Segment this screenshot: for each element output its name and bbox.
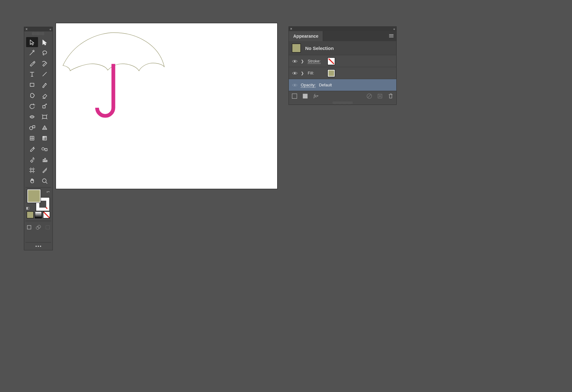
paintbrush-tool[interactable] [39,80,51,90]
add-effect-icon[interactable]: fx▾ [313,93,319,99]
clear-appearance-icon [366,93,372,99]
selection-info-row: No Selection [289,41,396,55]
pen-tool[interactable] [26,58,38,68]
artboard-tool[interactable] [26,165,38,175]
width-tool[interactable] [26,112,38,122]
magic-wand-tool[interactable] [26,48,38,58]
expand-icon[interactable]: ❯ [301,71,305,75]
visibility-toggle-icon[interactable] [292,71,298,75]
gradient-tool[interactable] [39,133,51,143]
visibility-toggle-icon[interactable] [292,83,298,87]
shaper-tool[interactable] [26,90,38,101]
svg-point-7 [294,72,296,74]
mesh-tool[interactable] [26,133,38,143]
direct-selection-tool[interactable] [39,37,51,47]
visibility-toggle-icon[interactable] [292,59,298,63]
new-fill-icon[interactable] [302,93,308,99]
lasso-tool[interactable] [39,48,51,58]
selection-tool[interactable] [26,37,38,47]
shape-builder-tool[interactable] [26,122,38,133]
column-graph-tool[interactable] [39,155,51,165]
new-stroke-icon[interactable] [291,93,298,99]
svg-point-6 [294,60,296,62]
free-transform-tool[interactable] [39,112,51,122]
rotate-tool[interactable] [26,101,38,111]
tools-panel-header: × « [24,27,52,31]
tab-appearance[interactable]: Appearance [289,31,323,41]
stroke-swatch[interactable] [328,58,335,65]
scale-tool[interactable] [39,101,51,111]
stroke-attribute-row[interactable]: ❯ Stroke: [289,55,396,67]
line-segment-tool[interactable] [39,69,51,79]
svg-rect-3 [46,226,50,229]
color-mode-button[interactable] [27,211,34,218]
draw-inside-icon[interactable] [45,224,51,231]
zoom-tool[interactable] [39,176,51,186]
hand-tool[interactable] [26,176,38,186]
eraser-tool[interactable] [39,90,51,101]
svg-rect-10 [303,94,308,98]
appearance-panel-footer: fx▾ [289,91,396,101]
perspective-grid-tool[interactable] [39,122,51,133]
artboard-canvas[interactable] [56,23,278,189]
stroke-label[interactable]: Stroke: [308,59,324,63]
svg-point-8 [294,84,296,86]
curvature-tool[interactable] [39,58,51,68]
delete-item-icon[interactable] [388,93,394,99]
fill-swatch[interactable] [328,70,335,77]
opacity-value[interactable]: Default [319,83,332,87]
selection-label: No Selection [305,46,334,51]
opacity-label[interactable]: Opacity: [301,83,316,87]
svg-rect-0 [27,226,31,229]
panel-menu-icon[interactable] [389,34,394,39]
swap-fill-stroke-icon[interactable]: ⤺ [47,189,50,194]
collapse-icon[interactable]: « [49,28,51,31]
default-fill-stroke-icon[interactable]: ◧ [26,206,29,210]
fill-color-swatch[interactable] [27,189,41,203]
selection-fill-swatch[interactable] [292,44,301,52]
close-icon[interactable]: × [25,27,28,31]
eyedropper-tool[interactable] [26,144,38,154]
type-tool[interactable] [26,69,38,79]
fill-label[interactable]: Fill: [308,71,324,75]
umbrella-handle-path[interactable] [97,64,113,116]
blend-tool[interactable] [39,144,51,154]
opacity-attribute-row[interactable]: Opacity: Default [289,79,396,91]
symbol-sprayer-tool[interactable] [26,155,38,165]
tools-panel: × « ⤺ ◧ [24,27,53,250]
duplicate-item-icon [377,93,383,99]
edit-toolbar-icon[interactable] [24,243,52,250]
appearance-panel: × « Appearance No Selection ❯ Stroke: ❯ … [289,26,397,105]
slice-tool[interactable] [39,165,51,175]
draw-normal-icon[interactable] [26,224,32,231]
none-mode-button[interactable] [43,211,50,218]
gradient-mode-button[interactable] [35,211,42,218]
expand-icon[interactable]: ❯ [301,59,305,63]
drag-grip[interactable] [32,32,45,35]
fill-attribute-row[interactable]: ❯ Fill: [289,67,396,79]
collapse-icon[interactable]: « [393,27,395,31]
draw-behind-icon[interactable] [35,224,41,231]
svg-rect-9 [292,94,297,98]
appearance-panel-header: × « [289,27,396,31]
resize-grip[interactable] [333,101,352,104]
rectangle-tool[interactable] [26,80,38,90]
close-icon[interactable]: × [290,27,292,31]
